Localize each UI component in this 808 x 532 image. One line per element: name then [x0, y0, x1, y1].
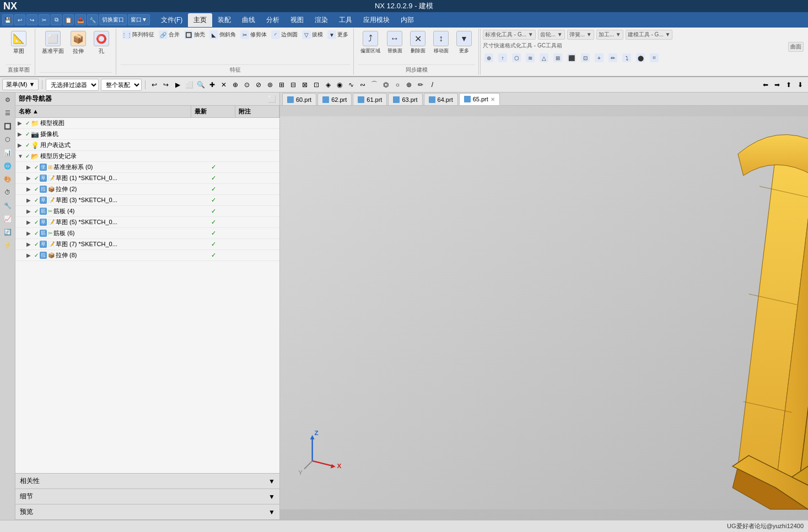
- ribbon-btn-fillet[interactable]: ◜边倒圆: [270, 30, 299, 40]
- icon-select[interactable]: ▶: [172, 79, 183, 90]
- window-icon[interactable]: 窗口▼: [128, 14, 150, 25]
- tab-64prt[interactable]: 64.prt: [424, 93, 458, 105]
- tree-sketch-1[interactable]: ▶ ✓ 草 📝 草图 (1) *SKETCH_0... ✓: [15, 173, 279, 184]
- icon-btn-12[interactable]: ⬤: [634, 53, 648, 63]
- side-icon3[interactable]: ⬡: [2, 133, 14, 145]
- tree-model-history[interactable]: ▼ ✓ 📂 模型历史记录: [15, 151, 279, 162]
- panel-preview[interactable]: 预览 ▼: [15, 504, 279, 520]
- menu-file[interactable]: 文件(F): [155, 13, 188, 27]
- export-icon[interactable]: 🔧: [87, 14, 98, 25]
- ribbon-btn-datum-plane[interactable]: ⬜ 基准平面: [40, 30, 66, 56]
- tab-61prt[interactable]: 61.prt: [353, 93, 387, 105]
- menu-assembly[interactable]: 装配: [212, 13, 236, 27]
- icon-snap5[interactable]: ⊞: [276, 79, 287, 90]
- scope-dropdown[interactable]: 整个装配: [101, 79, 142, 91]
- tree-datum-csys[interactable]: ▶ ✓ 坐 ⊞ 基准坐标系 (0) ✓: [15, 162, 279, 173]
- menu-tools[interactable]: 工具: [333, 13, 358, 27]
- icon-plus-c[interactable]: ⊕: [403, 79, 414, 90]
- ribbon-btn-chamfer[interactable]: ◣倒斜角: [208, 30, 238, 40]
- filter-dropdown[interactable]: 无选择过滤器: [46, 79, 99, 91]
- tab-62prt[interactable]: 62.prt: [317, 93, 352, 105]
- icon-right4[interactable]: ⬇: [795, 79, 806, 90]
- icon-right2[interactable]: ➡: [772, 79, 783, 90]
- icon-snap2[interactable]: ⊙: [241, 79, 252, 90]
- menu-home[interactable]: 主页: [188, 13, 212, 27]
- save-icon[interactable]: 💾: [2, 14, 13, 25]
- tree-extrude-2[interactable]: ▶ ✓ 拉 📦 拉伸 (2) ✓: [15, 184, 279, 195]
- icon-undo[interactable]: ↩: [149, 79, 160, 90]
- ribbon-btn-trim[interactable]: ✂修剪体: [239, 30, 268, 40]
- panel-details[interactable]: 细节 ▼: [15, 489, 279, 504]
- side-icon5[interactable]: 🌐: [2, 160, 14, 172]
- tab-63prt[interactable]: 63.prt: [388, 93, 422, 105]
- menu-app[interactable]: 应用模块: [358, 13, 395, 27]
- icon-snap1[interactable]: ⊕: [230, 79, 241, 90]
- icon-edit[interactable]: ✏: [415, 79, 426, 90]
- model-area[interactable]: Z X Y: [280, 106, 808, 520]
- copy-icon[interactable]: ⧉: [51, 14, 62, 25]
- icon-right1[interactable]: ⬅: [760, 79, 771, 90]
- side-icon8[interactable]: 🔧: [2, 199, 14, 211]
- ribbon-btn-sketch[interactable]: 📐 草图: [8, 30, 30, 56]
- icon-snap9[interactable]: ◈: [322, 79, 333, 90]
- icon-zoom[interactable]: 🔍: [195, 79, 206, 90]
- ribbon-btn-hole[interactable]: ⭕ 孔: [90, 30, 112, 56]
- side-icon4[interactable]: 📊: [2, 146, 14, 159]
- tab-65prt[interactable]: 65.prt ✕: [459, 93, 500, 105]
- tree-rib-4[interactable]: ▶ ✓ 筋 ✂ 筋板 (4) ✓: [15, 206, 279, 217]
- icon-circle[interactable]: ○: [392, 79, 403, 90]
- menu-render[interactable]: 渲染: [309, 13, 333, 27]
- panel-relevance[interactable]: 相关性 ▼: [15, 474, 279, 489]
- paste-icon[interactable]: 📋: [63, 14, 74, 25]
- side-icon6[interactable]: 🎨: [2, 173, 14, 185]
- icon-curve4[interactable]: ⏣: [380, 79, 391, 90]
- import-icon[interactable]: 📥: [75, 14, 86, 25]
- ribbon-btn-offset-region[interactable]: ⤴ 偏置区域: [358, 30, 383, 56]
- icon-snap7[interactable]: ⊠: [299, 79, 310, 90]
- menu-internal[interactable]: 内部: [395, 13, 419, 27]
- icon-remove[interactable]: ✕: [218, 79, 229, 90]
- tree-sketch-5[interactable]: ▶ ✓ 草 📝 草图 (5) *SKETCH_0... ✓: [15, 217, 279, 228]
- icon-curve1[interactable]: ∿: [346, 79, 357, 90]
- icon-btn-7[interactable]: ⬛: [565, 53, 579, 63]
- icon-snap4[interactable]: ⊛: [265, 79, 276, 90]
- icon-btn-6[interactable]: ⊞: [552, 53, 565, 63]
- icon-btn-1[interactable]: ⊕: [483, 53, 496, 63]
- ribbon-btn-more-sync[interactable]: ▼ 更多: [453, 30, 475, 56]
- icon-snap10[interactable]: ◉: [334, 79, 345, 90]
- tree-extrude-8[interactable]: ▶ ✓ 拉 📦 拉伸 (8) ✓: [15, 250, 279, 261]
- side-icon7[interactable]: ⏱: [2, 186, 14, 198]
- tab-60prt[interactable]: 60.prt: [282, 93, 316, 105]
- redo-icon[interactable]: ↪: [26, 14, 37, 25]
- icon-curve3[interactable]: ⌒: [369, 79, 380, 90]
- part-nav-maximize[interactable]: ⬜: [268, 95, 276, 103]
- menu-analysis[interactable]: 分析: [261, 13, 285, 27]
- icon-snap6[interactable]: ⊟: [288, 79, 299, 90]
- menu-button[interactable]: 菜单(M) ▼: [2, 79, 39, 90]
- tree-rib-6[interactable]: ▶ ✓ 筋 ✂ 筋板 (6) ✓: [15, 228, 279, 239]
- tree-sketch-3[interactable]: ▶ ✓ 草 📝 草图 (3) *SKETCH_0... ✓: [15, 195, 279, 206]
- icon-btn-9[interactable]: +: [593, 53, 606, 63]
- icon-snap8[interactable]: ⊡: [311, 79, 322, 90]
- ribbon-btn-extrude[interactable]: 📦 拉伸: [67, 30, 89, 56]
- icon-rect-select[interactable]: ⬜: [184, 79, 195, 90]
- ribbon-btn-more-features[interactable]: ▼更多: [326, 30, 350, 40]
- icon-btn-10[interactable]: ✏: [607, 53, 620, 63]
- icon-add[interactable]: ✚: [207, 79, 218, 90]
- side-icon11[interactable]: ⚡: [2, 239, 14, 251]
- menu-view[interactable]: 视图: [285, 13, 309, 27]
- tree-model-views[interactable]: ▶ ✓ 📁 模型视图: [15, 118, 279, 129]
- side-icon9[interactable]: 📈: [2, 213, 14, 225]
- icon-btn-3[interactable]: ⬡: [510, 53, 524, 63]
- icon-btn-5[interactable]: △: [538, 53, 551, 63]
- icon-btn-4[interactable]: ≋: [524, 53, 537, 63]
- tree-sketch-7[interactable]: ▶ ✓ 草 📝 草图 (7) *SKETCH_0... ✓: [15, 239, 279, 250]
- tree-cameras[interactable]: ▶ ✓ 📷 摄像机: [15, 129, 279, 140]
- icon-right3[interactable]: ⬆: [783, 79, 794, 90]
- cut-icon[interactable]: ✂: [39, 14, 50, 25]
- undo-icon[interactable]: ↩: [14, 14, 25, 25]
- side-icon1[interactable]: ☰: [2, 107, 14, 119]
- menu-curve[interactable]: 曲线: [236, 13, 261, 27]
- icon-btn-2[interactable]: ↑: [497, 53, 510, 63]
- icon-slash[interactable]: /: [427, 79, 438, 90]
